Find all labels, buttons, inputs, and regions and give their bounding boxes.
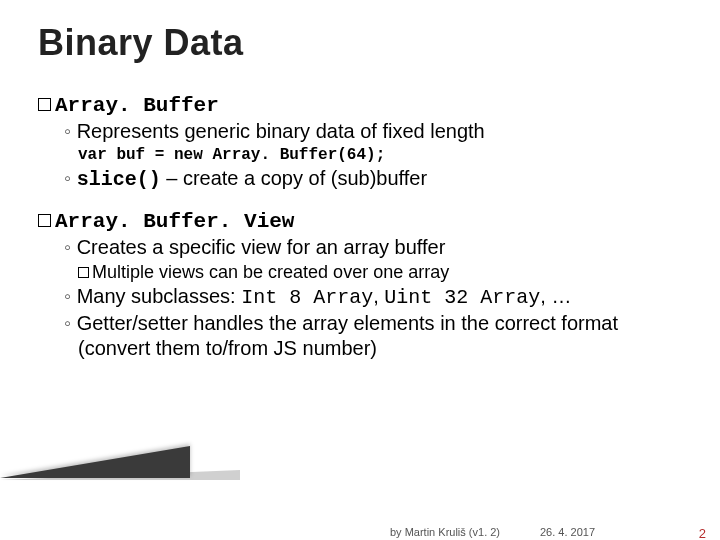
section-arraybuffer: Array. Buffer Represents generic binary …	[38, 92, 682, 192]
bullet-getter-setter: Getter/setter handles the array elements…	[64, 311, 682, 361]
section-arraybufferview: Array. Buffer. View Creates a specific v…	[38, 208, 682, 361]
heading-arraybufferview: Array. Buffer. View	[38, 208, 682, 233]
bullet-multiple-views: Multiple views can be created over one a…	[78, 261, 682, 284]
code-example: var buf = new Array. Buffer(64);	[78, 146, 682, 164]
decorative-wedge	[0, 446, 190, 478]
bullet-creates-view: Creates a specific view for an array buf…	[64, 235, 682, 260]
square-bullet-icon	[38, 214, 51, 227]
footer-author: by Martin Kruliš (v1. 2)	[390, 526, 500, 538]
footer-date: 26. 4. 2017	[540, 526, 595, 538]
bullet-slice: slice() – create a copy of (sub)buffer	[64, 166, 682, 192]
slide-body: Binary Data Array. Buffer Represents gen…	[0, 0, 720, 361]
square-bullet-icon	[78, 267, 89, 278]
bullet-represents: Represents generic binary data of fixed …	[64, 119, 682, 144]
footer-page-number: 2	[699, 526, 706, 540]
bullet-subclasses: Many subclasses: Int 8 Array, Uint 32 Ar…	[64, 284, 682, 310]
square-bullet-icon	[38, 98, 51, 111]
heading-arraybuffer: Array. Buffer	[38, 92, 682, 117]
slide-title: Binary Data	[38, 22, 682, 64]
